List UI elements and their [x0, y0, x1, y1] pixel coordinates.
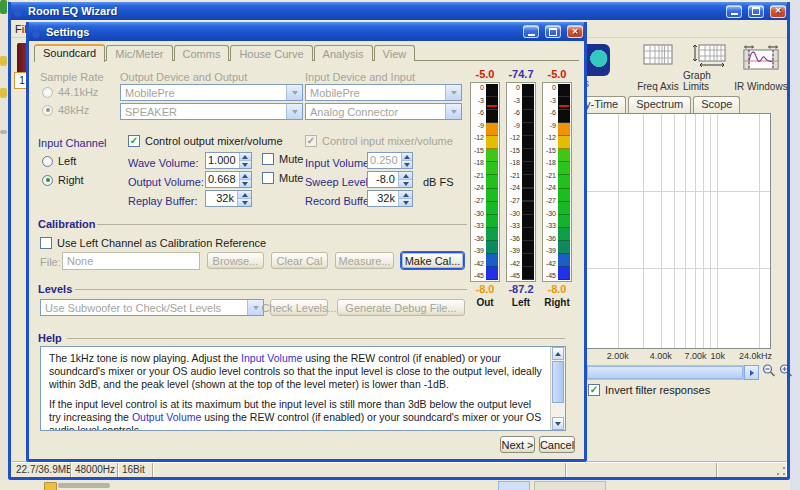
output-volume-spinner[interactable]: 0.668	[205, 171, 252, 188]
freq-axis-icon	[643, 44, 673, 65]
zoom-in-icon[interactable]	[778, 363, 794, 379]
invert-filter-checkbox[interactable]	[588, 384, 600, 396]
levels-combo[interactable]: Use Subwoofer to Check/Set Levels	[40, 299, 264, 316]
zoom-out-icon[interactable]	[761, 363, 777, 379]
tab-mic-meter[interactable]: Mic/Meter	[106, 45, 172, 61]
spinner-arrows[interactable]	[239, 153, 251, 168]
meter-tick-label: -42	[471, 260, 484, 267]
radio-48khz[interactable]	[42, 105, 53, 116]
close-button[interactable]	[770, 5, 786, 18]
graph-h-scrollbar[interactable]	[586, 365, 744, 380]
help-text-box: The 1kHz tone is now playing. Adjust the…	[40, 346, 566, 431]
measure--button[interactable]: Measure...	[335, 252, 394, 269]
meter-tick-label: -21	[471, 172, 484, 179]
graph-tab-spectrum[interactable]: Spectrum	[628, 96, 691, 113]
dialog-minimize-button[interactable]	[523, 25, 539, 38]
browse--button[interactable]: Browse...	[207, 252, 264, 269]
control-output-mixer-checkbox[interactable]	[128, 135, 140, 147]
level-meters-panel: -5.00-3-6-9-12-15-18-21-24-27-30-33-36-3…	[470, 68, 574, 318]
freq-axis-button[interactable]: Freq Axis	[632, 44, 684, 92]
meter-rms-value: -87.2	[508, 283, 533, 296]
calibration-header: Calibration	[38, 218, 95, 230]
record-buffer-spinner[interactable]: 32k	[367, 190, 413, 207]
input-device-combo[interactable]: MobilePre	[305, 84, 462, 101]
tab-house-curve[interactable]: House Curve	[230, 45, 312, 61]
meter-tick-label: 0	[543, 84, 556, 91]
check-levels--button[interactable]: Check Levels...	[270, 299, 328, 316]
resize-grip[interactable]	[776, 466, 786, 476]
spinner-arrows[interactable]	[237, 191, 251, 206]
minimize-button[interactable]	[726, 5, 742, 18]
tab-soundcard[interactable]: Soundcard	[34, 44, 105, 62]
clear-cal-button[interactable]: Clear Cal	[271, 252, 328, 269]
peak-hold-marker	[559, 105, 569, 107]
radio-44-1khz[interactable]	[42, 87, 53, 98]
meter-channel-name: Right	[544, 297, 570, 308]
output-device-combo[interactable]: MobilePre	[120, 84, 303, 101]
spinner-arrows[interactable]	[239, 172, 251, 187]
meter-tick-label: -9	[543, 122, 556, 129]
gridline	[587, 191, 770, 192]
input-combo[interactable]: Analog Connector	[305, 103, 462, 120]
gridline	[618, 114, 619, 348]
scroll-down-arrow[interactable]	[552, 417, 564, 430]
meter-tick-label: -33	[471, 222, 484, 229]
settings-titlebar[interactable]: Settings	[26, 22, 587, 41]
output-mute-checkbox[interactable]	[262, 172, 274, 184]
maximize-button[interactable]	[748, 5, 764, 18]
meter-tick-label: -9	[507, 122, 520, 129]
spinner-arrows[interactable]	[398, 172, 412, 187]
help-scrollbar[interactable]	[550, 347, 565, 430]
cancel-button[interactable]: Cancel	[539, 436, 575, 453]
sample-rate-label: Sample Rate	[40, 71, 104, 83]
graph-tab-scope[interactable]: Scope	[693, 96, 740, 113]
dropdown-arrow-icon[interactable]	[445, 104, 461, 119]
levels-buttons: Check Levels...Generate Debug File...	[270, 299, 465, 316]
tab-comms[interactable]: Comms	[174, 45, 230, 61]
wave-volume-spinner[interactable]: 1.000	[205, 152, 252, 169]
dialog-close-button[interactable]	[567, 25, 583, 38]
meter-bar-graph: 0-3-6-9-12-15-18-21-24-27-30-33-36-39-42…	[470, 82, 500, 282]
meter-tick-label: -36	[507, 235, 520, 242]
replay-buffer-label: Replay Buffer:	[128, 195, 198, 207]
control-input-mixer-checkbox[interactable]	[305, 135, 317, 147]
next-button[interactable]: Next >	[500, 436, 535, 453]
radio-left[interactable]	[42, 156, 53, 167]
sweep-level-label: Sweep Level:	[305, 176, 371, 188]
meter-tick-label: -39	[543, 247, 556, 254]
tab-view[interactable]: View	[374, 45, 416, 61]
ir-windows-button[interactable]: IR Windows	[733, 44, 789, 92]
meter-tick-label: -27	[471, 197, 484, 204]
background-icon	[0, 56, 7, 66]
generate-debug-file--button[interactable]: Generate Debug File...	[337, 299, 465, 316]
dropdown-arrow-icon[interactable]	[445, 85, 461, 100]
output-combo[interactable]: SPEAKER	[120, 103, 303, 120]
background-icon	[0, 88, 7, 98]
tab-analysis[interactable]: Analysis	[314, 45, 373, 61]
radio-right[interactable]	[42, 175, 53, 186]
meter-tick-label: -24	[507, 184, 520, 191]
replay-buffer-spinner[interactable]: 32k	[205, 190, 252, 207]
meter-tick-label: -15	[543, 147, 556, 154]
status-cell: 16Bit	[118, 463, 153, 477]
dropdown-arrow-icon[interactable]	[286, 85, 302, 100]
rew-titlebar[interactable]: Room EQ Wizard	[8, 2, 790, 20]
scroll-up-arrow[interactable]	[552, 347, 564, 360]
scrollbar-thumb[interactable]	[587, 366, 743, 379]
meter-tick-label: -18	[507, 159, 520, 166]
meter-channel-name: Left	[512, 297, 530, 308]
use-left-channel-checkbox[interactable]	[40, 237, 52, 249]
graph-plot[interactable]	[586, 113, 771, 349]
dialog-maximize-button[interactable]	[545, 25, 561, 38]
cal-file-field[interactable]: None	[62, 252, 200, 270]
scroll-right-button[interactable]	[744, 365, 759, 380]
sweep-level-spinner[interactable]: -8.0	[367, 171, 413, 188]
spinner-arrows[interactable]	[398, 191, 412, 206]
graph-limits-button[interactable]: Graph Limits	[683, 44, 735, 92]
spinner-arrows[interactable]	[401, 153, 412, 168]
dropdown-arrow-icon[interactable]	[286, 104, 302, 119]
make-cal--button[interactable]: Make Cal...	[401, 252, 464, 269]
scrollbar-thumb[interactable]	[552, 361, 564, 403]
input-volume-spinner[interactable]: 0.250	[367, 152, 413, 169]
wave-mute-checkbox[interactable]	[262, 153, 274, 165]
